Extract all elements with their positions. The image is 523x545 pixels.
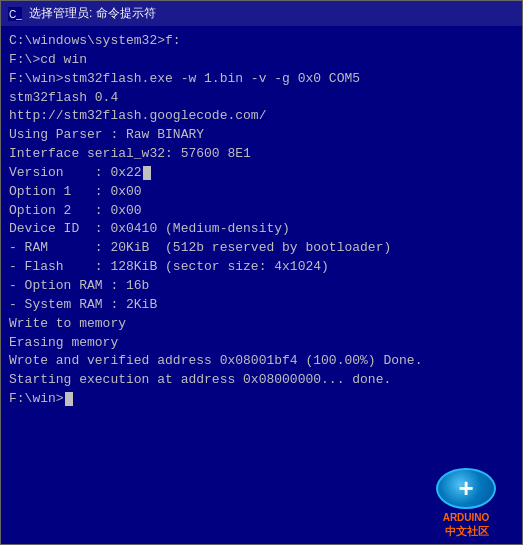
svg-text:C_: C_: [9, 9, 22, 20]
title-bar: C_ 选择管理员: 命令提示符: [1, 1, 522, 26]
terminal-line: Using Parser : Raw BINARY: [9, 126, 514, 145]
cmd-window: C_ 选择管理员: 命令提示符 C:\windows\system32>f:F:…: [0, 0, 523, 545]
terminal-line: F:\>cd win: [9, 51, 514, 70]
terminal-line: Option 1 : 0x00: [9, 183, 514, 202]
terminal-line: Version : 0x22: [9, 164, 514, 183]
window-title: 选择管理员: 命令提示符: [29, 5, 516, 22]
terminal-line: C:\windows\system32>f:: [9, 32, 514, 51]
terminal-line: Interface serial_w32: 57600 8E1: [9, 145, 514, 164]
terminal-cursor: [65, 392, 73, 406]
terminal-line: http://stm32flash.googlecode.com/: [9, 107, 514, 126]
terminal-cursor-mid: [143, 166, 151, 180]
terminal-line: - Flash : 128KiB (sector size: 4x1024): [9, 258, 514, 277]
cmd-icon: C_: [7, 6, 23, 22]
terminal-line: Option 2 : 0x00: [9, 202, 514, 221]
terminal-line: F:\win>: [9, 390, 514, 409]
arduino-logo: ARDUINO 中文社区: [416, 468, 516, 538]
terminal-line: Wrote and verified address 0x08001bf4 (1…: [9, 352, 514, 371]
terminal-line: Erasing memory: [9, 334, 514, 353]
terminal-line: - System RAM : 2KiB: [9, 296, 514, 315]
terminal-line: F:\win>stm32flash.exe -w 1.bin -v -g 0x0…: [9, 70, 514, 89]
arduino-circle-icon: [436, 468, 496, 510]
terminal-line: - Option RAM : 16b: [9, 277, 514, 296]
terminal-line: - RAM : 20KiB (512b reserved by bootload…: [9, 239, 514, 258]
terminal-area[interactable]: C:\windows\system32>f:F:\>cd winF:\win>s…: [1, 26, 522, 544]
terminal-line: Write to memory: [9, 315, 514, 334]
arduino-label: ARDUINO 中文社区: [443, 511, 490, 538]
terminal-output: C:\windows\system32>f:F:\>cd winF:\win>s…: [9, 32, 514, 409]
terminal-line: Device ID : 0x0410 (Medium-density): [9, 220, 514, 239]
terminal-line: Starting execution at address 0x08000000…: [9, 371, 514, 390]
terminal-line: stm32flash 0.4: [9, 89, 514, 108]
